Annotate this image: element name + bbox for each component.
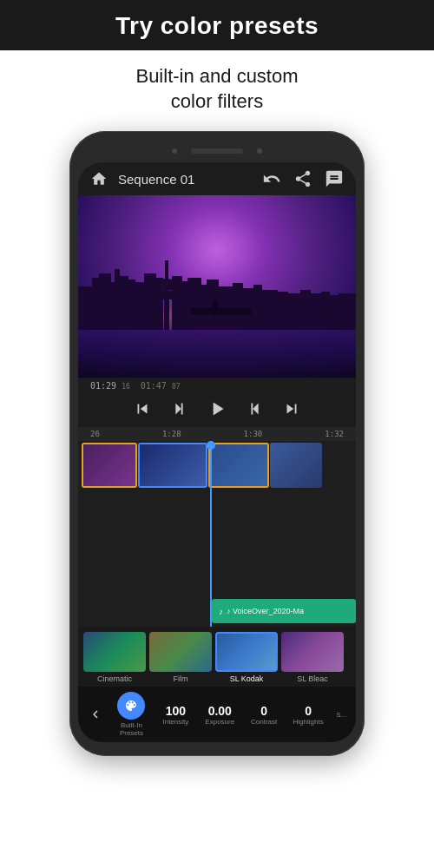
toolbar-built-in-presets[interactable]: Built-InPresets	[109, 692, 154, 737]
ruler-mark-4: 1:32	[325, 430, 344, 438]
highlights-value: 0	[305, 704, 312, 718]
skip-start-button[interactable]	[133, 399, 152, 418]
phone-notch	[78, 143, 356, 159]
preset-slbleach-thumb	[281, 632, 344, 672]
header-subtitle: Built-in and custom color filters	[0, 50, 434, 126]
clip-thumb-3	[210, 444, 269, 488]
intensity-value: 100	[166, 704, 186, 718]
contrast-label: Contrast	[251, 718, 277, 726]
banner-text: Try color presets	[115, 12, 319, 39]
subtitle-line2: color filters	[171, 90, 263, 112]
video-track-row	[78, 441, 356, 490]
svg-rect-11	[132, 282, 146, 330]
svg-rect-2	[99, 273, 111, 330]
toolbar-exposure[interactable]: 0.00 Exposure	[198, 704, 242, 726]
step-back-button[interactable]	[169, 399, 188, 418]
preset-film[interactable]: Film	[149, 632, 212, 683]
preset-slkodak-label: SL Kodak	[230, 674, 264, 683]
preset-slkodak-thumb	[215, 632, 278, 672]
exposure-label: Exposure	[205, 718, 234, 726]
nav-bar: Sequence 01	[78, 162, 356, 195]
preset-film-thumb	[149, 632, 212, 672]
svg-rect-27	[309, 293, 323, 330]
svg-point-33	[213, 301, 218, 306]
video-clip-2-selected[interactable]	[138, 443, 207, 488]
svg-rect-13	[155, 278, 163, 330]
sensor-dot	[257, 148, 262, 154]
play-button[interactable]	[206, 398, 228, 420]
preset-slbleach[interactable]: SL Bleac	[281, 632, 344, 683]
audio-clip-label: ♪ VoiceOver_2020-Ma	[227, 607, 304, 615]
timeline-tracks[interactable]: ♪ ♪ VoiceOver_2020-Ma	[78, 441, 356, 627]
svg-rect-0	[78, 286, 94, 330]
header-banner: Try color presets	[0, 0, 434, 50]
timeline-ruler: 26 1:28 1:30 1:32	[78, 427, 356, 441]
water-reflection	[78, 330, 356, 378]
video-clip-1[interactable]	[82, 443, 137, 488]
camera-dot	[172, 148, 177, 154]
clip-thumb-4	[270, 443, 322, 488]
audio-note-icon: ♪	[219, 607, 223, 616]
ruler-mark-1: 26	[90, 430, 100, 438]
svg-rect-29	[328, 295, 340, 330]
preset-film-label: Film	[174, 674, 188, 683]
toolbar-shadows[interactable]: S...	[331, 711, 352, 719]
transport-controls	[90, 394, 344, 425]
toolbar-back-button[interactable]	[82, 700, 109, 728]
timecode-row: 01:29 16 01:47 07	[90, 381, 344, 391]
video-clip-3[interactable]	[208, 443, 269, 488]
built-in-presets-label: Built-InPresets	[109, 721, 154, 737]
sequence-title: Sequence 01	[118, 172, 250, 187]
svg-rect-24	[276, 292, 288, 330]
shadows-label: S...	[336, 711, 346, 719]
svg-rect-12	[144, 273, 156, 330]
svg-rect-16	[187, 278, 201, 330]
skip-end-button[interactable]	[282, 399, 301, 418]
subtitle-line1: Built-in and custom	[135, 65, 298, 87]
chat-icon[interactable]	[325, 169, 344, 188]
preset-slbleach-label: SL Bleac	[297, 674, 328, 683]
step-forward-button[interactable]	[246, 399, 265, 418]
playhead	[210, 441, 212, 627]
exposure-value: 0.00	[208, 704, 232, 718]
speaker-grill	[191, 148, 243, 154]
preset-slkodak[interactable]: SL Kodak	[215, 632, 278, 683]
share-icon[interactable]	[293, 169, 312, 188]
preset-cinematic[interactable]: Cinematic	[83, 632, 146, 683]
phone-body: Sequence 01	[69, 131, 365, 756]
city-silhouette	[78, 260, 356, 330]
intensity-label: Intensity	[162, 718, 188, 726]
transport-area: 01:29 16 01:47 07	[78, 378, 356, 427]
toolbar-intensity[interactable]: 100 Intensity	[154, 704, 198, 726]
preset-cinematic-label: Cinematic	[97, 674, 132, 683]
highlights-label: Highlights	[293, 718, 324, 726]
clip-thumb-2	[140, 444, 207, 488]
contrast-value: 0	[260, 704, 267, 718]
timecode-duration: 01:47 07	[141, 381, 181, 391]
toolbar-highlights[interactable]: 0 Highlights	[286, 704, 331, 726]
home-icon[interactable]	[90, 170, 108, 187]
video-preview	[78, 195, 356, 378]
built-in-presets-icon	[117, 692, 145, 720]
svg-rect-34	[214, 306, 217, 313]
toolbar-contrast[interactable]: 0 Contrast	[242, 704, 286, 726]
audio-track[interactable]: ♪ ♪ VoiceOver_2020-Ma	[212, 599, 356, 623]
chevron-left-icon	[88, 707, 103, 722]
bottom-toolbar: Built-InPresets 100 Intensity 0.00 Expos…	[78, 687, 356, 742]
palette-icon	[124, 699, 138, 713]
ruler-mark-3: 1:30	[244, 430, 263, 438]
video-clip-4[interactable]	[270, 443, 322, 488]
svg-rect-31	[191, 307, 252, 314]
svg-rect-25	[286, 293, 302, 330]
preset-cinematic-thumb	[83, 632, 146, 672]
phone-screen: Sequence 01	[78, 162, 356, 742]
presets-strip: Cinematic Film SL Kodak SL Bleac	[78, 627, 356, 687]
ruler-mark-2: 1:28	[162, 430, 181, 438]
timecode-current: 01:29 16	[90, 381, 130, 391]
clip-thumb-1	[83, 444, 137, 488]
undo-icon[interactable]	[262, 169, 281, 188]
svg-rect-23	[260, 290, 278, 330]
phone-mockup: Sequence 01	[0, 126, 434, 756]
svg-rect-30	[339, 293, 356, 330]
